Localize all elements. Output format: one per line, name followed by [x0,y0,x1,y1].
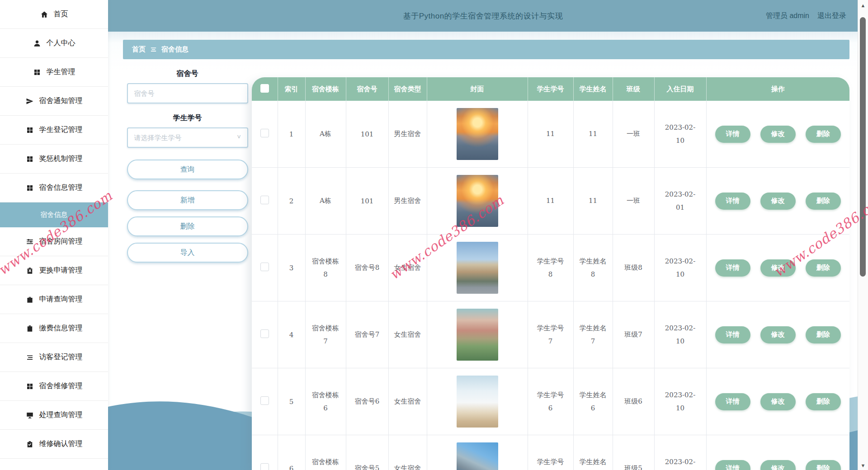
sidebar-item[interactable]: 宿舍房间管理 [0,227,108,256]
grid-icon [26,382,34,390]
row-checkbox[interactable] [260,129,269,137]
cover-image[interactable] [457,376,498,428]
cell-index: 6 [278,435,305,470]
row-checkbox[interactable] [260,196,269,204]
delete-button[interactable]: 删除 [127,216,248,236]
sidebar-item-label: 奖惩机制管理 [39,154,83,164]
cover-image[interactable] [457,108,498,160]
table-row: 4宿舍楼栋7宿舍号7女生宿舍学生学号7学生姓名7班级72023-02-10详情修… [252,301,849,368]
detail-row-button[interactable]: 详情 [715,326,750,343]
sidebar-item-label: 学生登记管理 [39,125,83,135]
column-header: 宿舍楼栋 [305,77,346,101]
delete-row-button[interactable]: 删除 [806,193,841,210]
delete-row-button[interactable]: 删除 [806,126,841,143]
select-all-checkbox[interactable] [260,84,269,93]
vertical-scrollbar[interactable]: ▲ ▼ [858,0,868,470]
row-checkbox[interactable] [260,329,269,338]
cover-image[interactable] [457,309,498,361]
select-all-header [252,77,278,101]
row-checkbox[interactable] [260,396,269,405]
sidebar-item-label: 宿舍信息管理 [39,183,83,193]
sidebar-item-label: 更换申请管理 [39,266,83,275]
cell-class: 一班 [613,168,654,235]
edit-row-button[interactable]: 修改 [760,460,796,470]
cell-student-name: 11 [573,168,613,235]
grid-icon [26,184,34,192]
cell-date: 2023-02-10 [654,368,706,435]
row-checkbox[interactable] [260,463,269,470]
cell-actions: 详情修改删除 [706,301,849,368]
cell-room: 宿舍号5 [346,435,388,470]
search-button[interactable]: 查询 [127,160,248,179]
cell-class: 班级5 [613,435,654,470]
clipboard-x-icon [26,267,34,275]
cover-image[interactable] [457,442,498,470]
edit-row-button[interactable]: 修改 [760,126,796,143]
table-body: 1A栋101男生宿舍1111一班2023-02-10详情修改删除2A栋101男生… [252,101,849,470]
column-header: 学生姓名 [573,77,613,101]
sidebar-item[interactable]: 宿舍维修管理 [0,372,108,401]
detail-row-button[interactable]: 详情 [715,259,750,277]
cell-class: 班级6 [613,368,654,435]
scroll-down-arrow-icon[interactable]: ▼ [858,463,868,468]
cell-building: 宿舍楼栋8 [305,235,346,301]
sidebar-item[interactable]: 更换申请管理 [0,256,108,285]
grid-icon [26,126,34,134]
cell-student-id: 学生学号7 [528,301,573,368]
cell-student-name: 11 [573,101,613,168]
add-button[interactable]: 新增 [127,190,248,210]
cell-date: 2023-02-10 [654,435,706,470]
sidebar-item[interactable]: 个人中心 [0,29,108,58]
cell-cover [427,301,528,368]
cover-image[interactable] [457,242,498,294]
sidebar-item[interactable]: 学生登记管理 [0,116,108,145]
detail-row-button[interactable]: 详情 [715,193,750,210]
cell-building: A栋 [305,101,346,168]
delete-row-button[interactable]: 删除 [806,393,841,410]
app: 首页个人中心学生管理宿舍通知管理学生登记管理奖惩机制管理宿舍信息管理宿舍信息宿舍… [0,0,868,470]
edit-row-button[interactable]: 修改 [760,393,796,410]
cell-building: 宿舍楼栋7 [305,301,346,368]
cell-actions: 详情修改删除 [706,368,849,435]
detail-row-button[interactable]: 详情 [715,460,750,470]
cell-room: 101 [346,101,388,168]
sidebar-item[interactable]: 缴费信息管理 [0,314,108,343]
sidebar-item[interactable]: 申请查询管理 [0,285,108,314]
sidebar-subitem-active[interactable]: 宿舍信息 [0,202,108,227]
sidebar-item[interactable]: 处理查询管理 [0,401,108,430]
import-button[interactable]: 导入 [127,243,248,263]
scrollbar-thumb[interactable] [860,17,866,277]
scroll-up-arrow-icon[interactable]: ▲ [858,3,868,8]
delete-row-button[interactable]: 删除 [806,460,841,470]
cell-actions: 详情修改删除 [706,435,849,470]
edit-row-button[interactable]: 修改 [760,326,796,343]
sidebar-item[interactable]: 学生管理 [0,58,108,87]
briefcase-icon [26,296,34,304]
delete-row-button[interactable]: 删除 [806,259,841,277]
sidebar-item-label: 个人中心 [47,38,75,48]
sidebar-item-label: 首页 [54,9,68,19]
sidebar-item[interactable]: 维修确认管理 [0,430,108,459]
sidebar-item[interactable]: 访客登记管理 [0,343,108,372]
cover-image[interactable] [457,175,498,227]
row-checkbox[interactable] [260,263,269,271]
sidebar-item-label: 维修确认管理 [39,439,83,449]
edit-row-button[interactable]: 修改 [760,259,796,277]
detail-row-button[interactable]: 详情 [715,126,750,143]
sidebar-item-label: 处理查询管理 [39,410,83,420]
detail-row-button[interactable]: 详情 [715,393,750,410]
top-header: 基于Python的学生宿舍管理系统的设计与实现 管理员 admin 退出登录 [108,0,858,32]
logout-link[interactable]: 退出登录 [817,11,846,21]
cell-student-id: 学生学号8 [528,235,573,301]
breadcrumb-home[interactable]: 首页 [132,45,146,54]
sidebar-item[interactable]: 奖惩机制管理 [0,145,108,174]
sidebar-item[interactable]: 首页 [0,0,108,29]
student-id-select[interactable] [127,127,248,148]
table-header-row: 索引宿舍楼栋宿舍号宿舍类型封面学生学号学生姓名班级入住日期操作 [252,77,849,101]
sidebar-item[interactable]: 宿舍信息管理 [0,174,108,202]
sidebar-item[interactable]: 宿舍通知管理 [0,87,108,116]
edit-row-button[interactable]: 修改 [760,193,796,210]
delete-row-button[interactable]: 删除 [806,326,841,343]
dorm-number-input[interactable] [127,83,248,103]
sidebar-item-label: 宿舍维修管理 [39,381,83,391]
